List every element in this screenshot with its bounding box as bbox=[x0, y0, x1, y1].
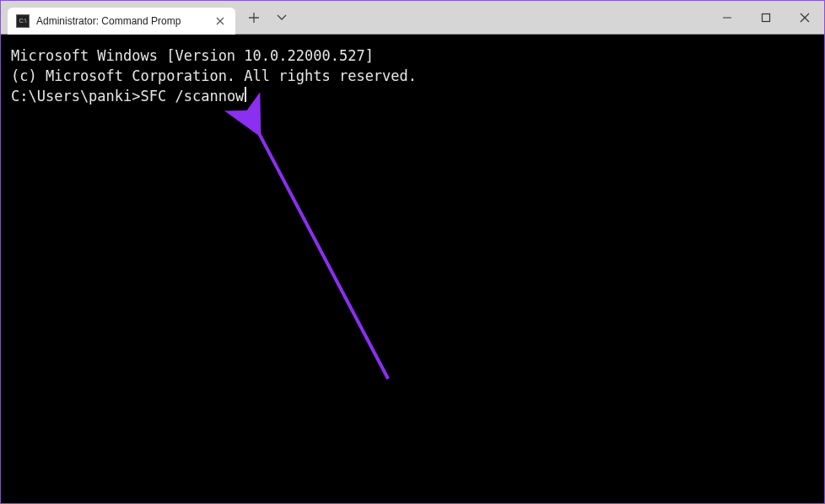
svg-line-1 bbox=[258, 131, 388, 379]
terminal-icon: C:\ bbox=[16, 14, 30, 28]
close-window-button[interactable] bbox=[785, 1, 824, 34]
terminal-output[interactable]: Microsoft Windows [Version 10.0.22000.52… bbox=[1, 35, 824, 503]
copyright-line: (c) Microsoft Corporation. All rights re… bbox=[11, 67, 814, 87]
active-tab[interactable]: C:\ Administrator: Command Promp bbox=[8, 8, 235, 35]
title-bar: C:\ Administrator: Command Promp bbox=[1, 1, 824, 35]
terminal-icon-label: C:\ bbox=[19, 18, 27, 24]
prompt-line: C:\Users\panki>SFC /scannow bbox=[11, 87, 814, 107]
text-cursor bbox=[245, 87, 246, 102]
minimize-button[interactable] bbox=[708, 1, 747, 34]
tab-title: Administrator: Command Promp bbox=[36, 15, 207, 27]
maximize-button[interactable] bbox=[747, 1, 785, 34]
command-text: SFC /scannow bbox=[141, 87, 245, 107]
close-tab-button[interactable] bbox=[213, 14, 227, 28]
tab-dropdown-button[interactable] bbox=[269, 3, 294, 33]
version-line: Microsoft Windows [Version 10.0.22000.52… bbox=[11, 46, 814, 67]
tab-area: C:\ Administrator: Command Promp bbox=[1, 1, 708, 34]
window-controls bbox=[708, 1, 824, 34]
new-tab-button[interactable] bbox=[239, 3, 269, 33]
svg-rect-0 bbox=[763, 13, 770, 21]
prompt-path: C:\Users\panki> bbox=[11, 87, 141, 107]
